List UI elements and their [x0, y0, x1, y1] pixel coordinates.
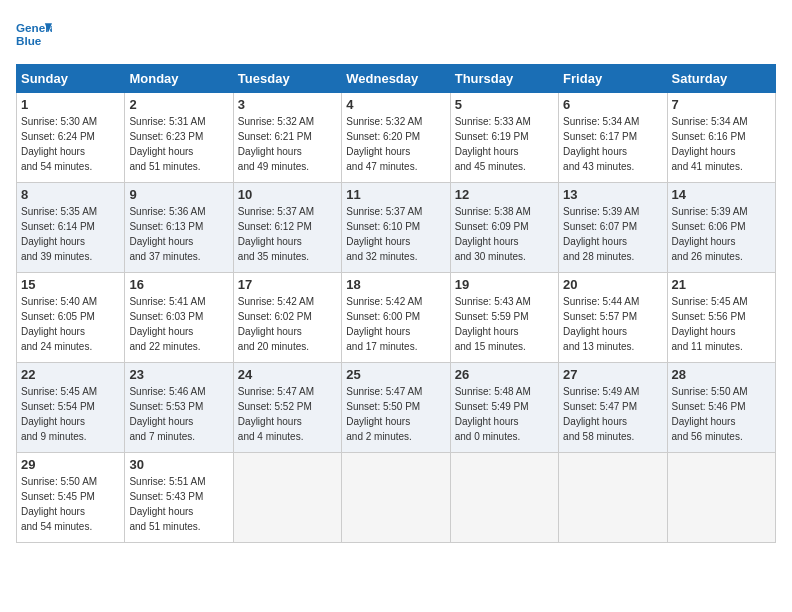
- day-info: Sunrise: 5:50 AMSunset: 5:46 PMDaylight …: [672, 384, 771, 444]
- logo-icon: General Blue: [16, 16, 52, 52]
- day-number: 5: [455, 97, 554, 112]
- day-info: Sunrise: 5:42 AMSunset: 6:02 PMDaylight …: [238, 294, 337, 354]
- calendar-cell: 29Sunrise: 5:50 AMSunset: 5:45 PMDayligh…: [17, 453, 125, 543]
- day-info: Sunrise: 5:46 AMSunset: 5:53 PMDaylight …: [129, 384, 228, 444]
- calendar-cell: [342, 453, 450, 543]
- weekday-header-tuesday: Tuesday: [233, 65, 341, 93]
- calendar-table: SundayMondayTuesdayWednesdayThursdayFrid…: [16, 64, 776, 543]
- day-number: 24: [238, 367, 337, 382]
- day-number: 22: [21, 367, 120, 382]
- calendar-cell: [667, 453, 775, 543]
- calendar-cell: 28Sunrise: 5:50 AMSunset: 5:46 PMDayligh…: [667, 363, 775, 453]
- calendar-cell: 1Sunrise: 5:30 AMSunset: 6:24 PMDaylight…: [17, 93, 125, 183]
- day-info: Sunrise: 5:40 AMSunset: 6:05 PMDaylight …: [21, 294, 120, 354]
- day-info: Sunrise: 5:33 AMSunset: 6:19 PMDaylight …: [455, 114, 554, 174]
- day-number: 2: [129, 97, 228, 112]
- calendar-row: 1Sunrise: 5:30 AMSunset: 6:24 PMDaylight…: [17, 93, 776, 183]
- calendar-cell: 3Sunrise: 5:32 AMSunset: 6:21 PMDaylight…: [233, 93, 341, 183]
- weekday-header-saturday: Saturday: [667, 65, 775, 93]
- day-number: 9: [129, 187, 228, 202]
- calendar-cell: 23Sunrise: 5:46 AMSunset: 5:53 PMDayligh…: [125, 363, 233, 453]
- calendar-row: 15Sunrise: 5:40 AMSunset: 6:05 PMDayligh…: [17, 273, 776, 363]
- logo: General Blue: [16, 16, 52, 52]
- day-info: Sunrise: 5:47 AMSunset: 5:50 PMDaylight …: [346, 384, 445, 444]
- calendar-cell: 25Sunrise: 5:47 AMSunset: 5:50 PMDayligh…: [342, 363, 450, 453]
- calendar-cell: 6Sunrise: 5:34 AMSunset: 6:17 PMDaylight…: [559, 93, 667, 183]
- calendar-cell: 16Sunrise: 5:41 AMSunset: 6:03 PMDayligh…: [125, 273, 233, 363]
- day-number: 25: [346, 367, 445, 382]
- calendar-cell: 2Sunrise: 5:31 AMSunset: 6:23 PMDaylight…: [125, 93, 233, 183]
- day-number: 4: [346, 97, 445, 112]
- calendar-cell: 18Sunrise: 5:42 AMSunset: 6:00 PMDayligh…: [342, 273, 450, 363]
- calendar-cell: 8Sunrise: 5:35 AMSunset: 6:14 PMDaylight…: [17, 183, 125, 273]
- day-number: 13: [563, 187, 662, 202]
- weekday-header-sunday: Sunday: [17, 65, 125, 93]
- day-info: Sunrise: 5:49 AMSunset: 5:47 PMDaylight …: [563, 384, 662, 444]
- calendar-cell: 5Sunrise: 5:33 AMSunset: 6:19 PMDaylight…: [450, 93, 558, 183]
- day-info: Sunrise: 5:31 AMSunset: 6:23 PMDaylight …: [129, 114, 228, 174]
- day-info: Sunrise: 5:44 AMSunset: 5:57 PMDaylight …: [563, 294, 662, 354]
- calendar-cell: 15Sunrise: 5:40 AMSunset: 6:05 PMDayligh…: [17, 273, 125, 363]
- day-info: Sunrise: 5:36 AMSunset: 6:13 PMDaylight …: [129, 204, 228, 264]
- day-number: 28: [672, 367, 771, 382]
- calendar-row: 8Sunrise: 5:35 AMSunset: 6:14 PMDaylight…: [17, 183, 776, 273]
- calendar-cell: 10Sunrise: 5:37 AMSunset: 6:12 PMDayligh…: [233, 183, 341, 273]
- day-number: 8: [21, 187, 120, 202]
- calendar-cell: 30Sunrise: 5:51 AMSunset: 5:43 PMDayligh…: [125, 453, 233, 543]
- weekday-header-thursday: Thursday: [450, 65, 558, 93]
- day-info: Sunrise: 5:32 AMSunset: 6:21 PMDaylight …: [238, 114, 337, 174]
- day-info: Sunrise: 5:51 AMSunset: 5:43 PMDaylight …: [129, 474, 228, 534]
- day-number: 27: [563, 367, 662, 382]
- day-number: 14: [672, 187, 771, 202]
- calendar-cell: 20Sunrise: 5:44 AMSunset: 5:57 PMDayligh…: [559, 273, 667, 363]
- day-info: Sunrise: 5:37 AMSunset: 6:10 PMDaylight …: [346, 204, 445, 264]
- weekday-header-monday: Monday: [125, 65, 233, 93]
- calendar-cell: [233, 453, 341, 543]
- calendar-cell: 27Sunrise: 5:49 AMSunset: 5:47 PMDayligh…: [559, 363, 667, 453]
- day-number: 26: [455, 367, 554, 382]
- day-info: Sunrise: 5:45 AMSunset: 5:56 PMDaylight …: [672, 294, 771, 354]
- day-info: Sunrise: 5:48 AMSunset: 5:49 PMDaylight …: [455, 384, 554, 444]
- calendar-cell: 7Sunrise: 5:34 AMSunset: 6:16 PMDaylight…: [667, 93, 775, 183]
- weekday-header-wednesday: Wednesday: [342, 65, 450, 93]
- svg-text:Blue: Blue: [16, 34, 42, 47]
- day-number: 6: [563, 97, 662, 112]
- calendar-row: 29Sunrise: 5:50 AMSunset: 5:45 PMDayligh…: [17, 453, 776, 543]
- weekday-header-friday: Friday: [559, 65, 667, 93]
- calendar-cell: 17Sunrise: 5:42 AMSunset: 6:02 PMDayligh…: [233, 273, 341, 363]
- day-number: 19: [455, 277, 554, 292]
- calendar-cell: [450, 453, 558, 543]
- calendar-cell: 11Sunrise: 5:37 AMSunset: 6:10 PMDayligh…: [342, 183, 450, 273]
- day-number: 10: [238, 187, 337, 202]
- day-info: Sunrise: 5:47 AMSunset: 5:52 PMDaylight …: [238, 384, 337, 444]
- calendar-cell: 14Sunrise: 5:39 AMSunset: 6:06 PMDayligh…: [667, 183, 775, 273]
- day-number: 16: [129, 277, 228, 292]
- day-number: 12: [455, 187, 554, 202]
- day-number: 29: [21, 457, 120, 472]
- day-number: 30: [129, 457, 228, 472]
- calendar-cell: 21Sunrise: 5:45 AMSunset: 5:56 PMDayligh…: [667, 273, 775, 363]
- calendar-cell: 24Sunrise: 5:47 AMSunset: 5:52 PMDayligh…: [233, 363, 341, 453]
- day-number: 23: [129, 367, 228, 382]
- day-info: Sunrise: 5:30 AMSunset: 6:24 PMDaylight …: [21, 114, 120, 174]
- calendar-cell: 19Sunrise: 5:43 AMSunset: 5:59 PMDayligh…: [450, 273, 558, 363]
- day-info: Sunrise: 5:41 AMSunset: 6:03 PMDaylight …: [129, 294, 228, 354]
- day-number: 11: [346, 187, 445, 202]
- day-info: Sunrise: 5:45 AMSunset: 5:54 PMDaylight …: [21, 384, 120, 444]
- calendar-cell: [559, 453, 667, 543]
- day-info: Sunrise: 5:34 AMSunset: 6:17 PMDaylight …: [563, 114, 662, 174]
- day-info: Sunrise: 5:50 AMSunset: 5:45 PMDaylight …: [21, 474, 120, 534]
- calendar-cell: 26Sunrise: 5:48 AMSunset: 5:49 PMDayligh…: [450, 363, 558, 453]
- day-info: Sunrise: 5:39 AMSunset: 6:06 PMDaylight …: [672, 204, 771, 264]
- day-number: 17: [238, 277, 337, 292]
- day-info: Sunrise: 5:38 AMSunset: 6:09 PMDaylight …: [455, 204, 554, 264]
- calendar-cell: 4Sunrise: 5:32 AMSunset: 6:20 PMDaylight…: [342, 93, 450, 183]
- calendar-cell: 13Sunrise: 5:39 AMSunset: 6:07 PMDayligh…: [559, 183, 667, 273]
- day-number: 3: [238, 97, 337, 112]
- calendar-cell: 12Sunrise: 5:38 AMSunset: 6:09 PMDayligh…: [450, 183, 558, 273]
- day-info: Sunrise: 5:32 AMSunset: 6:20 PMDaylight …: [346, 114, 445, 174]
- day-info: Sunrise: 5:43 AMSunset: 5:59 PMDaylight …: [455, 294, 554, 354]
- day-number: 21: [672, 277, 771, 292]
- day-number: 1: [21, 97, 120, 112]
- calendar-cell: 9Sunrise: 5:36 AMSunset: 6:13 PMDaylight…: [125, 183, 233, 273]
